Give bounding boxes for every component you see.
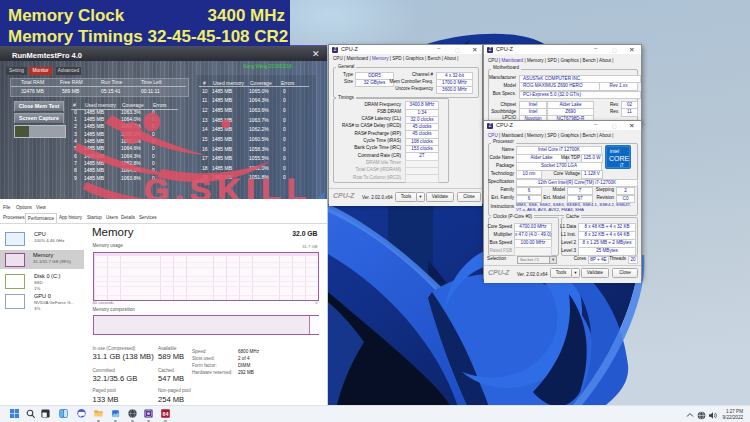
svg-text:64: 64 bbox=[162, 411, 168, 417]
svg-text:CORE: CORE bbox=[609, 155, 630, 162]
svg-text:intel: intel bbox=[610, 148, 619, 154]
svg-text:i7: i7 bbox=[620, 163, 624, 168]
